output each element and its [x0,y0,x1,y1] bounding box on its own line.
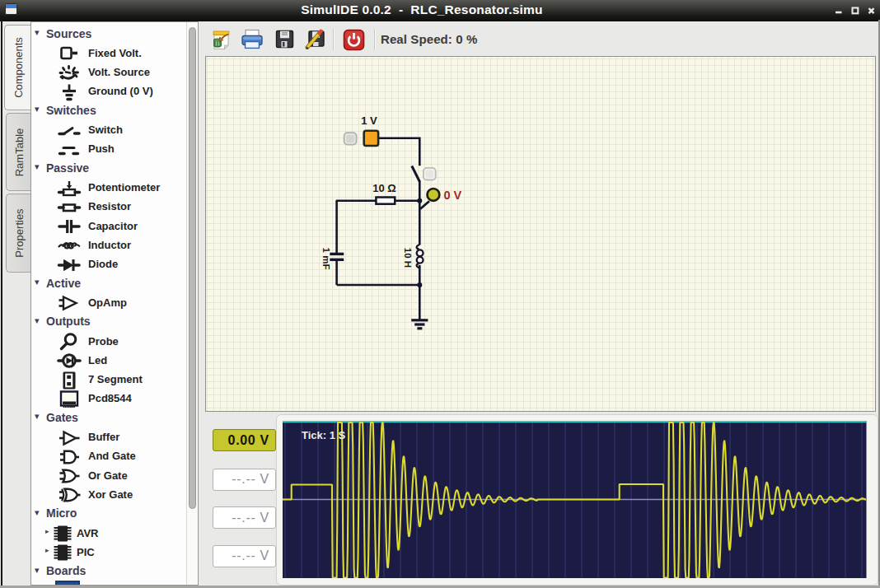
svg-text:10 Ω: 10 Ω [372,182,396,194]
svg-text:Tick: 1 S: Tick: 1 S [302,428,346,441]
svg-text:1 mF: 1 mF [321,248,331,270]
svg-text:1 V: 1 V [361,114,377,127]
svg-text:10 H: 10 H [403,248,413,268]
svg-text:0 V: 0 V [444,189,462,202]
